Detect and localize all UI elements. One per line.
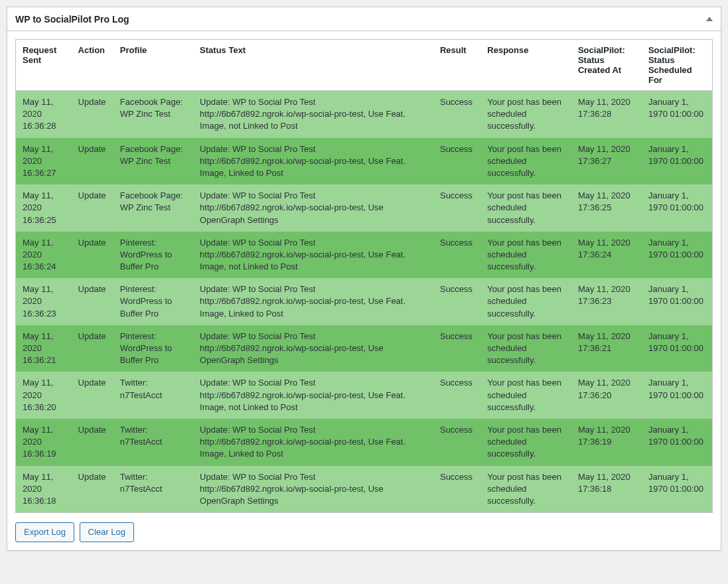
cell-result: Success [433,325,480,372]
cell-action: Update [72,372,113,419]
cell-request-sent: May 11, 2020 16:36:21 [16,325,72,372]
cell-profile: Facebook Page: WP Zinc Test [113,184,193,232]
cell-profile: Pinterest: WordPress to Buffer Pro [113,325,193,372]
table-row: May 11, 2020 16:36:18UpdateTwitter: n7Te… [16,466,712,513]
cell-created-at: May 11, 2020 17:36:27 [571,138,642,185]
panel-header: WP to SocialPilot Pro Log [7,7,721,31]
cell-profile: Twitter: n7TestAcct [113,466,193,513]
col-header-request-sent[interactable]: Request Sent [16,40,72,91]
table-row: May 11, 2020 16:36:25UpdateFacebook Page… [16,184,712,232]
cell-action: Update [72,184,113,232]
cell-status-text: Update: WP to Social Pro Test http://6b6… [193,419,433,466]
cell-response: Your post has been scheduled successfull… [480,138,571,185]
cell-status-text: Update: WP to Social Pro Test http://6b6… [193,278,433,325]
cell-request-sent: May 11, 2020 16:36:19 [16,419,72,466]
cell-request-sent: May 11, 2020 16:36:20 [16,372,72,419]
cell-result: Success [433,138,480,185]
cell-scheduled-for: January 1, 1970 01:00:00 [642,466,712,513]
cell-response: Your post has been scheduled successfull… [480,372,571,419]
cell-created-at: May 11, 2020 17:36:20 [571,372,642,419]
export-log-button[interactable]: Export Log [15,522,74,542]
table-row: May 11, 2020 16:36:24UpdatePinterest: Wo… [16,232,712,279]
cell-action: Update [72,138,113,185]
cell-created-at: May 11, 2020 17:36:25 [571,184,642,232]
cell-result: Success [433,91,480,138]
log-panel: WP to SocialPilot Pro Log Request Sent [7,7,721,551]
cell-status-text: Update: WP to Social Pro Test http://6b6… [193,91,433,138]
cell-scheduled-for: January 1, 1970 01:00:00 [642,184,712,232]
collapse-icon[interactable] [706,17,713,21]
cell-request-sent: May 11, 2020 16:36:25 [16,184,72,232]
cell-profile: Twitter: n7TestAcct [113,419,193,466]
table-row: May 11, 2020 16:36:19UpdateTwitter: n7Te… [16,419,712,466]
cell-action: Update [72,325,113,372]
cell-profile: Twitter: n7TestAcct [113,372,193,419]
cell-scheduled-for: January 1, 1970 01:00:00 [642,419,712,466]
table-row: May 11, 2020 16:36:23UpdatePinterest: Wo… [16,278,712,325]
cell-created-at: May 11, 2020 17:36:21 [571,325,642,372]
cell-status-text: Update: WP to Social Pro Test http://6b6… [193,232,433,279]
cell-profile: Pinterest: WordPress to Buffer Pro [113,232,193,279]
log-table: Request Sent Action Profile Status Text … [16,40,712,512]
cell-result: Success [433,466,480,513]
cell-result: Success [433,278,480,325]
cell-created-at: May 11, 2020 17:36:19 [571,419,642,466]
cell-created-at: May 11, 2020 17:36:23 [571,278,642,325]
clear-log-button[interactable]: Clear Log [80,522,134,542]
col-header-created-at[interactable]: SocialPilot: Status Created At [571,40,642,91]
cell-request-sent: May 11, 2020 16:36:23 [16,278,72,325]
cell-status-text: Update: WP to Social Pro Test http://6b6… [193,372,433,419]
cell-created-at: May 11, 2020 17:36:24 [571,232,642,279]
cell-status-text: Update: WP to Social Pro Test http://6b6… [193,184,433,232]
table-row: May 11, 2020 16:36:27UpdateFacebook Page… [16,138,712,185]
cell-scheduled-for: January 1, 1970 01:00:00 [642,278,712,325]
cell-created-at: May 11, 2020 17:36:28 [571,91,642,138]
button-row: Export Log Clear Log [15,522,713,542]
cell-created-at: May 11, 2020 17:36:18 [571,466,642,513]
cell-profile: Pinterest: WordPress to Buffer Pro [113,278,193,325]
cell-result: Success [433,184,480,232]
cell-response: Your post has been scheduled successfull… [480,91,571,138]
cell-result: Success [433,419,480,466]
table-row: May 11, 2020 16:36:20UpdateTwitter: n7Te… [16,372,712,419]
table-row: May 11, 2020 16:36:21UpdatePinterest: Wo… [16,325,712,372]
cell-response: Your post has been scheduled successfull… [480,184,571,232]
col-header-result[interactable]: Result [433,40,480,91]
cell-result: Success [433,372,480,419]
cell-scheduled-for: January 1, 1970 01:00:00 [642,232,712,279]
cell-response: Your post has been scheduled successfull… [480,325,571,372]
log-table-wrap: Request Sent Action Profile Status Text … [15,39,713,513]
table-header-row: Request Sent Action Profile Status Text … [16,40,712,91]
cell-action: Update [72,232,113,279]
cell-response: Your post has been scheduled successfull… [480,278,571,325]
cell-action: Update [72,278,113,325]
cell-scheduled-for: January 1, 1970 01:00:00 [642,138,712,185]
cell-response: Your post has been scheduled successfull… [480,232,571,279]
cell-response: Your post has been scheduled successfull… [480,419,571,466]
cell-request-sent: May 11, 2020 16:36:18 [16,466,72,513]
cell-status-text: Update: WP to Social Pro Test http://6b6… [193,138,433,185]
cell-request-sent: May 11, 2020 16:36:28 [16,91,72,138]
cell-scheduled-for: January 1, 1970 01:00:00 [642,91,712,138]
panel-body: Request Sent Action Profile Status Text … [7,31,721,550]
cell-request-sent: May 11, 2020 16:36:27 [16,138,72,185]
col-header-action[interactable]: Action [72,40,113,91]
col-header-status-text[interactable]: Status Text [193,40,433,91]
table-row: May 11, 2020 16:36:28UpdateFacebook Page… [16,91,712,138]
cell-action: Update [72,466,113,513]
cell-request-sent: May 11, 2020 16:36:24 [16,232,72,279]
cell-response: Your post has been scheduled successfull… [480,466,571,513]
panel-title: WP to SocialPilot Pro Log [15,14,129,25]
cell-status-text: Update: WP to Social Pro Test http://6b6… [193,466,433,513]
cell-result: Success [433,232,480,279]
cell-scheduled-for: January 1, 1970 01:00:00 [642,372,712,419]
cell-profile: Facebook Page: WP Zinc Test [113,91,193,138]
col-header-scheduled-for[interactable]: SocialPilot: Status Scheduled For [642,40,712,91]
cell-scheduled-for: January 1, 1970 01:00:00 [642,325,712,372]
cell-profile: Facebook Page: WP Zinc Test [113,138,193,185]
col-header-response[interactable]: Response [480,40,571,91]
cell-action: Update [72,91,113,138]
col-header-profile[interactable]: Profile [113,40,193,91]
cell-status-text: Update: WP to Social Pro Test http://6b6… [193,325,433,372]
cell-action: Update [72,419,113,466]
